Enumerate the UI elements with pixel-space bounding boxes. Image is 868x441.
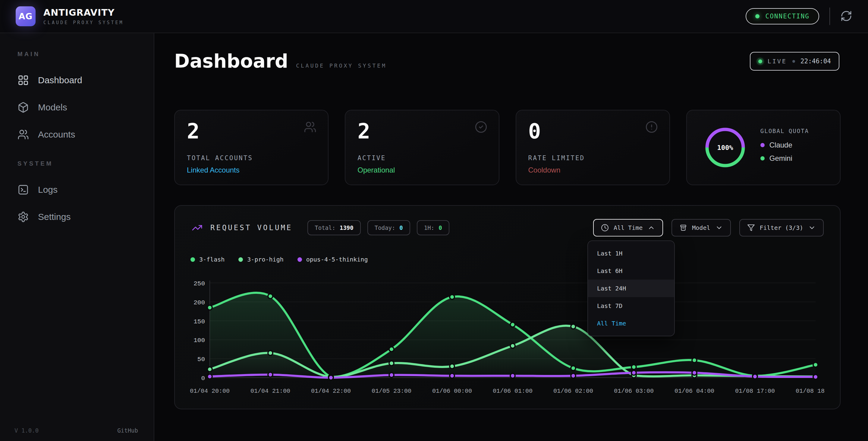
- main-content: Dashboard CLAUDE PROXY SYSTEM LIVE 22:46…: [154, 33, 868, 441]
- sidebar-item-label: Dashboard: [38, 75, 82, 85]
- stat-pill-total: Total:1390: [307, 220, 361, 235]
- sidebar-item-models[interactable]: Models: [14, 94, 139, 121]
- legend-item-3-flash[interactable]: 3-flash: [190, 256, 224, 263]
- users-icon: [304, 121, 316, 135]
- live-dot-icon: [758, 59, 762, 63]
- check-circle-icon: [475, 121, 487, 135]
- brand: AG ANTIGRAVITY CLAUDE PROXY SYSTEM: [16, 6, 124, 26]
- quota-title: GLOBAL QUOTA: [761, 127, 809, 134]
- separator-dot-icon: [792, 60, 795, 63]
- page-header: Dashboard CLAUDE PROXY SYSTEM: [174, 50, 387, 72]
- filter-3-3--button[interactable]: Filter (3/3): [739, 219, 824, 236]
- stat-pill-today: Today:0: [367, 220, 410, 235]
- alert-circle-icon: [645, 121, 658, 135]
- stat-pill-value: 0: [399, 225, 403, 231]
- svg-text:01/06 03:00: 01/06 03:00: [614, 388, 654, 394]
- live-clock: 22:46:04: [801, 58, 831, 65]
- stat-value: 2: [358, 119, 370, 144]
- sidebar-footer: V 1.0.0 GitHub: [14, 427, 138, 434]
- svg-text:0: 0: [201, 375, 205, 382]
- sidebar-item-accounts[interactable]: Accounts: [14, 121, 139, 148]
- stat-sublabel: Linked Accounts: [187, 166, 240, 174]
- page-subtitle: CLAUDE PROXY SYSTEM: [296, 62, 387, 69]
- quota-legend-item-claude: Claude: [761, 141, 809, 149]
- stat-value: 2: [187, 119, 199, 144]
- svg-text:200: 200: [193, 299, 205, 306]
- sidebar-item-logs[interactable]: Logs: [14, 176, 139, 203]
- time-range-dropdown: Last 1HLast 6HLast 24HLast 7DAll Time: [587, 240, 675, 336]
- connection-status-badge: CONNECTING: [746, 8, 819, 24]
- stat-card-rate-limited: 0RATE LIMITEDCooldown: [516, 110, 670, 185]
- stat-label: TOTAL ACCOUNTS: [187, 154, 253, 162]
- stat-pill-value: 0: [438, 225, 442, 231]
- stat-pills: Total:1390Today:01H:0: [307, 220, 456, 235]
- users-icon: [18, 129, 29, 140]
- svg-text:01/06 02:00: 01/06 02:00: [553, 388, 593, 394]
- dropdown-option-last-6h[interactable]: Last 6H: [588, 262, 674, 280]
- legend-label: 3-flash: [199, 256, 224, 263]
- app-logo: AG: [16, 6, 36, 26]
- sidebar-item-settings[interactable]: Settings: [14, 203, 139, 231]
- refresh-icon: [840, 10, 852, 23]
- svg-text:250: 250: [193, 280, 205, 287]
- brand-text: ANTIGRAVITY CLAUDE PROXY SYSTEM: [43, 7, 124, 25]
- svg-text:100: 100: [193, 337, 205, 344]
- sidebar-section-system: SYSTEMLogsSettings: [14, 160, 139, 231]
- legend-item-3-pro-high[interactable]: 3-pro-high: [239, 256, 283, 263]
- gear-icon: [18, 211, 29, 223]
- stat-card-active: 2ACTIVEOperational: [345, 110, 499, 185]
- quota-legend: GLOBAL QUOTAClaudeGemini: [761, 127, 809, 168]
- chevron-down-icon: [715, 224, 723, 232]
- stat-pill-label: 1H:: [424, 225, 434, 231]
- legend-item-opus-4-5-thinking[interactable]: opus-4-5-thinking: [298, 256, 368, 263]
- stat-sublabel: Operational: [358, 166, 395, 174]
- quota-legend-label: Claude: [770, 141, 792, 149]
- legend-dot-icon: [761, 143, 765, 147]
- dropdown-option-last-1h[interactable]: Last 1H: [588, 245, 674, 262]
- svg-text:01/08 18:00: 01/08 18:00: [796, 388, 825, 394]
- stat-cards-row: 2TOTAL ACCOUNTSLinked Accounts2ACTIVEOpe…: [174, 110, 841, 185]
- stat-label: ACTIVE: [358, 154, 386, 162]
- github-link[interactable]: GitHub: [117, 427, 138, 434]
- live-label: LIVE: [768, 58, 787, 65]
- dropdown-option-last-24h[interactable]: Last 24H: [588, 280, 674, 297]
- page-title: Dashboard: [174, 50, 288, 72]
- model-button[interactable]: Model: [672, 219, 731, 236]
- svg-text:50: 50: [197, 356, 205, 363]
- sidebar-item-label: Logs: [38, 185, 58, 195]
- all-time-button[interactable]: All Time: [593, 219, 663, 236]
- svg-text:01/06 04:00: 01/06 04:00: [675, 388, 714, 394]
- trending-up-icon: [192, 222, 203, 233]
- quota-legend-item-gemini: Gemini: [761, 154, 809, 163]
- stat-pill-label: Today:: [375, 225, 396, 231]
- stat-card-total-accounts: 2TOTAL ACCOUNTSLinked Accounts: [174, 110, 329, 185]
- dropdown-option-last-7d[interactable]: Last 7D: [588, 297, 674, 315]
- stat-pill-value: 1390: [340, 225, 353, 231]
- header-actions: CONNECTING: [746, 7, 852, 25]
- request-volume-panel: REQUEST VOLUME Total:1390Today:01H:0 All…: [174, 205, 841, 409]
- refresh-button[interactable]: [840, 10, 852, 23]
- svg-text:01/06 00:00: 01/06 00:00: [432, 388, 472, 394]
- brand-subtitle: CLAUDE PROXY SYSTEM: [43, 20, 124, 25]
- funnel-icon: [747, 224, 755, 232]
- panel-title: REQUEST VOLUME: [210, 224, 292, 232]
- chevron-up-icon: [647, 224, 655, 232]
- archive-icon: [679, 224, 687, 232]
- chart-controls: All TimeModelFilter (3/3): [593, 219, 824, 236]
- sidebar-item-dashboard[interactable]: Dashboard: [14, 67, 139, 94]
- legend-dot-icon: [298, 257, 302, 262]
- svg-text:150: 150: [193, 318, 205, 325]
- svg-text:01/05 23:00: 01/05 23:00: [372, 388, 411, 394]
- svg-text:01/08 17:00: 01/08 17:00: [735, 388, 775, 394]
- request-volume-chart: 05010015020025001/04 20:0001/04 21:0001/…: [186, 277, 825, 398]
- top-bar: AG ANTIGRAVITY CLAUDE PROXY SYSTEM CONNE…: [0, 0, 868, 33]
- button-label: Filter (3/3): [760, 224, 804, 231]
- chevron-down-icon: [808, 224, 816, 232]
- brand-name: ANTIGRAVITY: [43, 7, 124, 18]
- legend-dot-icon: [190, 257, 195, 262]
- cube-icon: [18, 102, 29, 113]
- dropdown-option-all-time[interactable]: All Time: [588, 315, 674, 332]
- svg-text:01/04 22:00: 01/04 22:00: [311, 388, 351, 394]
- connection-status-label: CONNECTING: [766, 13, 809, 20]
- button-label: Model: [692, 224, 710, 231]
